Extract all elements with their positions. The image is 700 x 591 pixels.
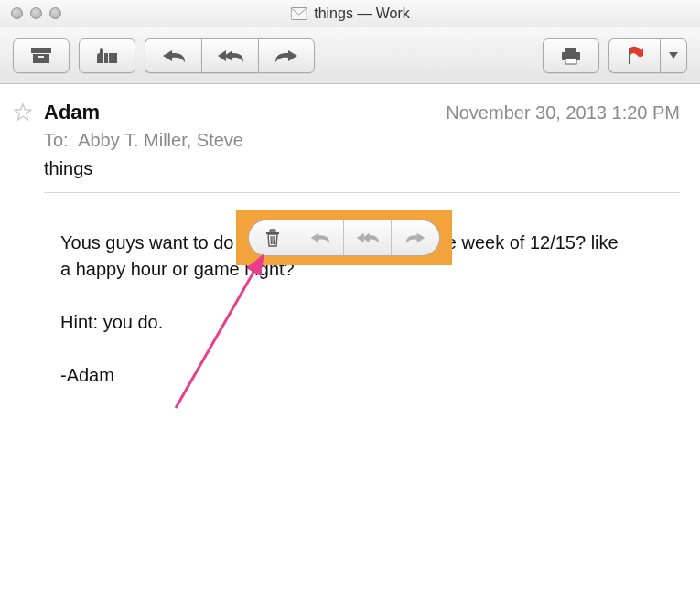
flag-button[interactable] bbox=[608, 38, 660, 73]
annotation-highlight bbox=[236, 210, 452, 265]
popup-forward-button[interactable] bbox=[392, 220, 439, 255]
popup-reply-all-button[interactable] bbox=[344, 220, 392, 255]
reply-segment bbox=[145, 38, 315, 73]
svg-line-15 bbox=[274, 236, 275, 244]
svg-rect-7 bbox=[565, 48, 576, 52]
trash-icon bbox=[264, 229, 281, 247]
from-name: Adam bbox=[44, 101, 100, 124]
flag-menu-button[interactable] bbox=[660, 38, 687, 73]
message-action-popup bbox=[248, 220, 440, 256]
popup-reply-button[interactable] bbox=[296, 220, 344, 255]
window-title: things — Work bbox=[314, 5, 410, 22]
close-window-button[interactable] bbox=[11, 7, 23, 19]
svg-rect-1 bbox=[31, 48, 51, 53]
forward-icon bbox=[404, 231, 426, 245]
svg-rect-2 bbox=[33, 54, 49, 63]
svg-rect-4 bbox=[104, 53, 108, 63]
to-recipients: Abby T. Miller, Steve bbox=[78, 130, 243, 150]
reply-all-button[interactable] bbox=[201, 38, 258, 73]
window-titlebar: things — Work bbox=[0, 0, 700, 27]
traffic-lights bbox=[0, 7, 61, 19]
star-icon[interactable] bbox=[13, 102, 33, 126]
chevron-down-icon bbox=[669, 52, 678, 59]
toolbar bbox=[0, 27, 700, 84]
svg-rect-3 bbox=[38, 56, 44, 58]
svg-rect-10 bbox=[629, 48, 630, 64]
svg-rect-9 bbox=[565, 59, 576, 64]
svg-rect-5 bbox=[109, 53, 113, 63]
zoom-window-button[interactable] bbox=[49, 7, 61, 19]
header-divider bbox=[44, 192, 680, 193]
print-button[interactable] bbox=[543, 38, 599, 73]
reply-button[interactable] bbox=[145, 38, 201, 73]
svg-rect-12 bbox=[270, 230, 275, 232]
flag-segment bbox=[608, 38, 687, 73]
reply-all-icon bbox=[356, 231, 380, 245]
reply-icon bbox=[309, 231, 331, 245]
message-date: November 30, 2013 1:20 PM bbox=[446, 102, 680, 124]
archive-button[interactable] bbox=[13, 38, 70, 73]
message-header: Adam November 30, 2013 1:20 PM To: Abby … bbox=[44, 101, 680, 179]
junk-button[interactable] bbox=[79, 38, 135, 73]
message-subject: things bbox=[44, 158, 680, 179]
to-label: To: bbox=[44, 130, 69, 150]
forward-button[interactable] bbox=[258, 38, 315, 73]
minimize-window-button[interactable] bbox=[30, 7, 42, 19]
svg-line-13 bbox=[271, 236, 272, 244]
delete-button[interactable] bbox=[249, 220, 296, 255]
svg-rect-6 bbox=[113, 53, 117, 63]
envelope-icon bbox=[290, 7, 307, 20]
